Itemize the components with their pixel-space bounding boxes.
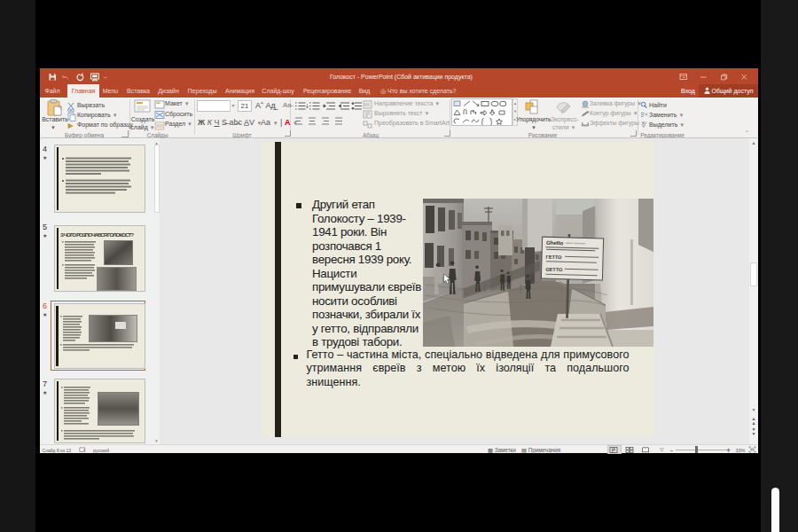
- svg-text:З ЧОГО РОЗПОЧАВСЯ ГОЛОКОСТ?: З ЧОГО РОЗПОЧАВСЯ ГОЛОКОСТ?: [60, 231, 134, 238]
